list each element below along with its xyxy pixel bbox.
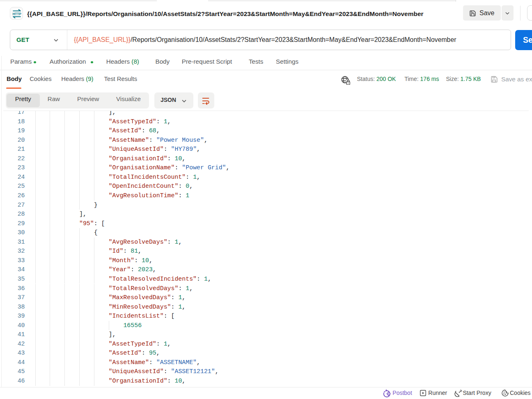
- svg-text:HTTP: HTTP: [12, 12, 21, 16]
